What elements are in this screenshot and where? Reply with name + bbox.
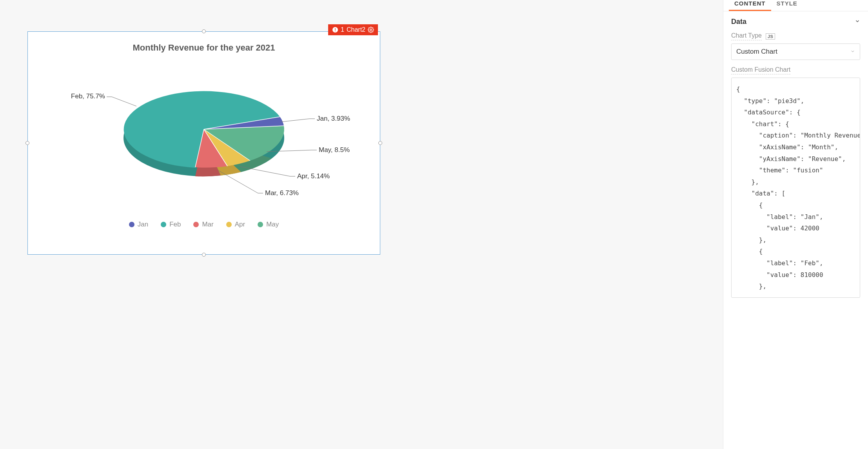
panel-tabs: CONTENT STYLE [723,0,868,11]
legend-item-mar[interactable]: Mar [193,221,213,228]
legend-item-may[interactable]: May [258,221,279,228]
pie-label-may: May, 8.5% [319,146,350,154]
chevron-down-icon [855,18,860,26]
legend-item-feb[interactable]: Feb [161,221,181,228]
pie-label-feb: Feb, 75.7% [71,92,105,100]
resize-handle-bottom[interactable] [202,253,206,257]
legend-dot-icon [226,222,232,227]
svg-text:!: ! [334,27,336,32]
resize-handle-top[interactable] [202,29,206,33]
custom-fusion-label: Custom Fusion Chart [731,66,790,74]
custom-fusion-code-input[interactable]: { "type": "pie3d", "dataSource": { "char… [731,78,860,298]
chart-title: Monthly Revenue for the year 2021 [28,43,380,53]
alert-icon: ! [332,27,338,33]
section-data-header[interactable]: Data [723,11,868,32]
legend-dot-icon [129,222,134,227]
widget-name-label: Chart2 [347,26,365,33]
widget-error-count: 1 [341,26,344,33]
tab-content[interactable]: CONTENT [729,0,771,11]
tab-style[interactable]: STYLE [771,0,803,11]
widget-error-badge[interactable]: ! 1 Chart2 [328,24,378,35]
legend-dot-icon [258,222,263,227]
canvas-area[interactable]: ! 1 Chart2 Monthly Revenue for the year … [0,0,723,449]
legend-dot-icon [193,222,199,227]
pie-label-jan: Jan, 3.93% [317,115,350,122]
js-badge[interactable]: JS [766,33,775,40]
properties-panel: CONTENT STYLE Data Chart Type JS Custom … [723,0,868,449]
pie-label-apr: Apr, 5.14% [297,172,330,180]
gear-icon[interactable] [368,27,374,33]
chart-type-select[interactable]: Custom Chart [731,43,860,60]
chart-legend: Jan Feb Mar Apr May [28,221,380,228]
chart-widget[interactable]: ! 1 Chart2 Monthly Revenue for the year … [27,31,380,255]
legend-dot-icon [161,222,166,227]
pie-label-mar: Mar, 6.73% [265,189,299,197]
widget-frame[interactable]: Monthly Revenue for the year 2021 [27,31,380,255]
chart-type-value: Custom Chart [736,48,777,55]
chart-type-label: Chart Type [731,32,762,40]
svg-point-3 [370,29,372,31]
legend-item-apr[interactable]: Apr [226,221,245,228]
section-data-label: Data [731,18,746,26]
legend-item-jan[interactable]: Jan [129,221,148,228]
pie-chart: Feb, 75.7% Jan, 3.93% May, 8.5% Apr, 5.1… [28,53,380,217]
chevron-down-icon [850,48,855,56]
